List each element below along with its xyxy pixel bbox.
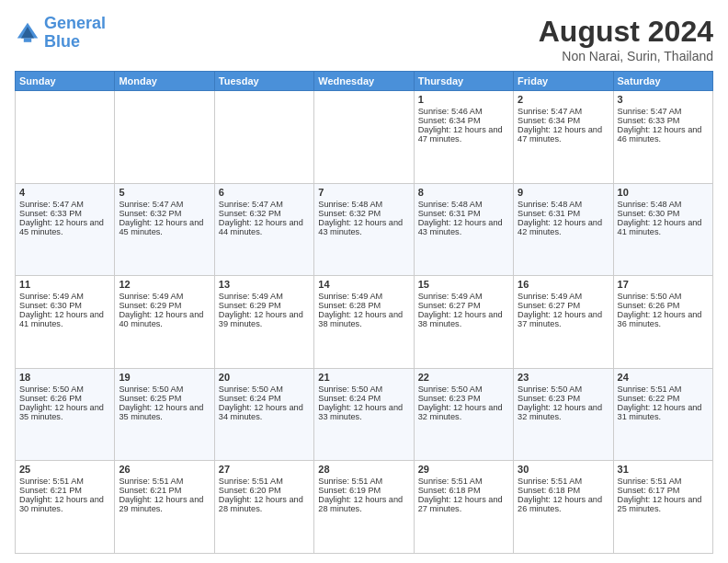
cell-text: Sunrise: 5:51 AM <box>219 477 310 486</box>
cell-text: Sunset: 6:24 PM <box>219 394 310 403</box>
cell-text: Daylight: 12 hours and 39 minutes. <box>219 310 310 328</box>
cell-text: Daylight: 12 hours and 28 minutes. <box>318 495 409 513</box>
cell-text: Daylight: 12 hours and 43 minutes. <box>318 218 409 236</box>
calendar-cell: 21Sunrise: 5:50 AMSunset: 6:24 PMDayligh… <box>314 368 414 461</box>
cell-text: Sunrise: 5:47 AM <box>119 200 210 209</box>
day-number: 31 <box>618 464 709 475</box>
cell-text: Sunrise: 5:48 AM <box>318 200 409 209</box>
cell-text: Sunset: 6:25 PM <box>119 394 210 403</box>
cell-text: Sunset: 6:27 PM <box>518 301 609 310</box>
calendar-cell: 18Sunrise: 5:50 AMSunset: 6:26 PMDayligh… <box>16 368 115 461</box>
calendar-cell: 28Sunrise: 5:51 AMSunset: 6:19 PMDayligh… <box>314 461 414 554</box>
calendar-cell: 14Sunrise: 5:49 AMSunset: 6:28 PMDayligh… <box>314 276 414 369</box>
day-number: 30 <box>518 464 609 475</box>
cell-text: Sunset: 6:23 PM <box>518 394 609 403</box>
cell-text: Sunset: 6:24 PM <box>318 394 409 403</box>
day-number: 2 <box>518 94 609 105</box>
calendar-cell: 20Sunrise: 5:50 AMSunset: 6:24 PMDayligh… <box>214 368 313 461</box>
cell-text: Sunset: 6:29 PM <box>219 301 310 310</box>
cell-text: Daylight: 12 hours and 34 minutes. <box>219 403 310 421</box>
cell-text: Sunset: 6:21 PM <box>19 486 110 495</box>
cell-text: Daylight: 12 hours and 41 minutes. <box>19 310 110 328</box>
calendar-cell: 26Sunrise: 5:51 AMSunset: 6:21 PMDayligh… <box>115 461 214 554</box>
cell-text: Sunset: 6:29 PM <box>119 301 210 310</box>
calendar-cell <box>115 91 214 184</box>
cell-text: Sunset: 6:22 PM <box>618 394 709 403</box>
calendar-cell: 2Sunrise: 5:47 AMSunset: 6:34 PMDaylight… <box>514 91 613 184</box>
cell-text: Sunset: 6:20 PM <box>219 486 310 495</box>
cell-text: Sunset: 6:31 PM <box>518 209 609 218</box>
calendar-week: 25Sunrise: 5:51 AMSunset: 6:21 PMDayligh… <box>16 461 713 554</box>
day-number: 29 <box>418 464 509 475</box>
calendar-cell: 9Sunrise: 5:48 AMSunset: 6:31 PMDaylight… <box>514 183 613 276</box>
calendar-cell: 8Sunrise: 5:48 AMSunset: 6:31 PMDaylight… <box>414 183 513 276</box>
cell-text: Sunrise: 5:49 AM <box>219 292 310 301</box>
day-number: 27 <box>219 464 310 475</box>
cell-text: Daylight: 12 hours and 30 minutes. <box>19 495 110 513</box>
cell-text: Sunrise: 5:49 AM <box>418 292 509 301</box>
calendar-cell <box>214 91 313 184</box>
cell-text: Sunrise: 5:50 AM <box>618 292 709 301</box>
day-number: 3 <box>618 94 709 105</box>
day-number: 5 <box>119 187 210 198</box>
cell-text: Sunrise: 5:49 AM <box>119 292 210 301</box>
weekday-header: Wednesday <box>314 72 414 91</box>
calendar-cell: 3Sunrise: 5:47 AMSunset: 6:33 PMDaylight… <box>613 91 712 184</box>
cell-text: Sunset: 6:30 PM <box>618 209 709 218</box>
day-number: 24 <box>618 372 709 383</box>
day-number: 1 <box>418 94 509 105</box>
cell-text: Daylight: 12 hours and 26 minutes. <box>518 495 609 513</box>
calendar-cell: 10Sunrise: 5:48 AMSunset: 6:30 PMDayligh… <box>613 183 712 276</box>
cell-text: Sunset: 6:33 PM <box>618 116 709 125</box>
calendar-week: 18Sunrise: 5:50 AMSunset: 6:26 PMDayligh… <box>16 368 713 461</box>
cell-text: Daylight: 12 hours and 44 minutes. <box>219 218 310 236</box>
cell-text: Daylight: 12 hours and 47 minutes. <box>518 125 609 144</box>
cell-text: Daylight: 12 hours and 32 minutes. <box>518 403 609 421</box>
calendar-cell: 1Sunrise: 5:46 AMSunset: 6:34 PMDaylight… <box>414 91 513 184</box>
cell-text: Sunset: 6:28 PM <box>318 301 409 310</box>
day-number: 12 <box>119 279 210 290</box>
day-number: 13 <box>219 279 310 290</box>
calendar-cell <box>16 91 115 184</box>
cell-text: Sunset: 6:27 PM <box>418 301 509 310</box>
logo-line2: Blue <box>44 32 80 51</box>
cell-text: Daylight: 12 hours and 31 minutes. <box>618 403 709 421</box>
day-number: 28 <box>318 464 409 475</box>
calendar-cell: 24Sunrise: 5:51 AMSunset: 6:22 PMDayligh… <box>613 368 712 461</box>
day-number: 16 <box>518 279 609 290</box>
cell-text: Sunset: 6:17 PM <box>618 486 709 495</box>
weekday-header: Monday <box>115 72 214 91</box>
cell-text: Sunrise: 5:50 AM <box>119 385 210 394</box>
day-number: 25 <box>19 464 110 475</box>
day-number: 9 <box>518 187 609 198</box>
cell-text: Sunset: 6:30 PM <box>19 301 110 310</box>
calendar-cell: 31Sunrise: 5:51 AMSunset: 6:17 PMDayligh… <box>613 461 712 554</box>
cell-text: Sunrise: 5:50 AM <box>518 385 609 394</box>
calendar: SundayMondayTuesdayWednesdayThursdayFrid… <box>15 71 713 554</box>
cell-text: Daylight: 12 hours and 29 minutes. <box>119 495 210 513</box>
calendar-cell: 11Sunrise: 5:49 AMSunset: 6:30 PMDayligh… <box>16 276 115 369</box>
calendar-cell <box>314 91 414 184</box>
day-number: 8 <box>418 187 509 198</box>
cell-text: Daylight: 12 hours and 32 minutes. <box>418 403 509 421</box>
cell-text: Sunrise: 5:51 AM <box>618 477 709 486</box>
header: General Blue August 2024 Non Narai, Suri… <box>15 15 713 63</box>
cell-text: Daylight: 12 hours and 38 minutes. <box>318 310 409 328</box>
cell-text: Sunrise: 5:48 AM <box>418 200 509 209</box>
day-number: 19 <box>119 372 210 383</box>
cell-text: Daylight: 12 hours and 40 minutes. <box>119 310 210 328</box>
cell-text: Daylight: 12 hours and 41 minutes. <box>618 218 709 236</box>
weekday-header: Friday <box>514 72 613 91</box>
cell-text: Sunset: 6:32 PM <box>219 209 310 218</box>
calendar-week: 1Sunrise: 5:46 AMSunset: 6:34 PMDaylight… <box>16 91 713 184</box>
calendar-cell: 27Sunrise: 5:51 AMSunset: 6:20 PMDayligh… <box>214 461 313 554</box>
calendar-cell: 22Sunrise: 5:50 AMSunset: 6:23 PMDayligh… <box>414 368 513 461</box>
logo-text: General Blue <box>44 15 106 52</box>
logo: General Blue <box>15 15 106 52</box>
calendar-cell: 25Sunrise: 5:51 AMSunset: 6:21 PMDayligh… <box>16 461 115 554</box>
weekday-header: Tuesday <box>214 72 313 91</box>
weekday-row: SundayMondayTuesdayWednesdayThursdayFrid… <box>16 72 713 91</box>
cell-text: Sunset: 6:26 PM <box>618 301 709 310</box>
calendar-cell: 19Sunrise: 5:50 AMSunset: 6:25 PMDayligh… <box>115 368 214 461</box>
cell-text: Sunrise: 5:47 AM <box>518 107 609 116</box>
